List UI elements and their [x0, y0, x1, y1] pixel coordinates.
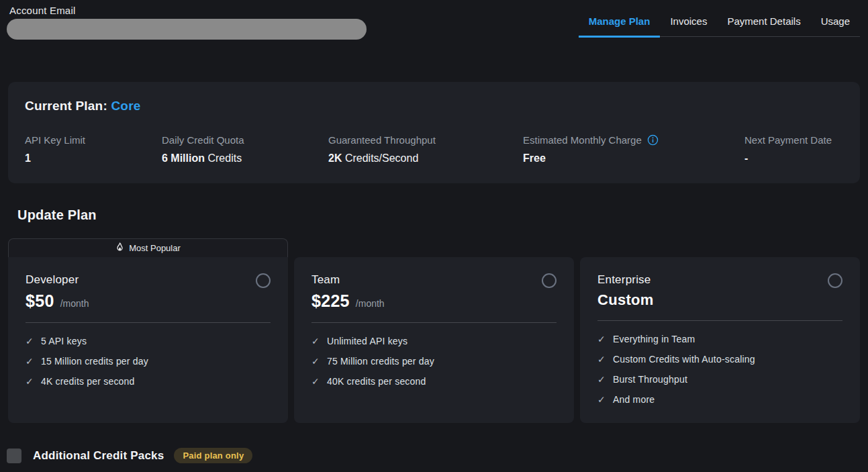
stat-daily-credit-quota: Daily Credit Quota 6 Million Credits	[162, 134, 328, 164]
feature-item: ✓Unlimited API keys	[311, 336, 557, 346]
check-icon: ✓	[597, 394, 606, 405]
stat-value: 1	[25, 152, 162, 164]
current-plan-stats: API Key Limit 1 Daily Credit Quota 6 Mil…	[25, 134, 847, 164]
plan-card-developer-wrap: Most Popular Developer $50 /month ✓5 API…	[8, 238, 288, 423]
plan-radio-enterprise[interactable]	[828, 273, 842, 288]
plan-card-enterprise-wrap: Enterprise Custom ✓Everything in Team ✓C…	[580, 257, 860, 423]
feature-item: ✓4K credits per second	[26, 376, 271, 387]
check-icon: ✓	[311, 376, 320, 387]
plan-card-developer[interactable]: Developer $50 /month ✓5 API keys ✓15 Mil…	[8, 257, 288, 423]
plan-name: Enterprise	[597, 273, 650, 287]
current-plan-card: Current Plan: Core API Key Limit 1 Daily…	[8, 82, 860, 183]
check-icon: ✓	[311, 356, 320, 367]
feature-item: ✓5 API keys	[26, 336, 271, 346]
stat-value: -	[744, 152, 847, 164]
plan-name: Team	[311, 273, 340, 287]
plan-features: ✓5 API keys ✓15 Million credits per day …	[26, 336, 271, 387]
stat-value: 2K Credits/Second	[328, 152, 523, 164]
plan-card-enterprise[interactable]: Enterprise Custom ✓Everything in Team ✓C…	[580, 257, 860, 423]
stat-label: Next Payment Date	[744, 134, 847, 146]
plan-radio-developer[interactable]	[256, 273, 271, 288]
additional-credit-packs-row: Additional Credit Packs Paid plan only	[7, 448, 252, 463]
plan-price: $50	[26, 291, 54, 311]
check-icon: ✓	[26, 376, 34, 387]
plan-card-team[interactable]: Team $225 /month ✓Unlimited API keys ✓75…	[294, 257, 574, 423]
most-popular-label: Most Popular	[129, 243, 181, 253]
credit-packs-label: Additional Credit Packs	[33, 449, 164, 463]
account-email-label: Account Email	[9, 5, 75, 16]
feature-item: ✓Everything in Team	[597, 334, 842, 344]
tab-invoices[interactable]: Invoices	[660, 11, 717, 36]
account-email-input[interactable]	[7, 19, 367, 40]
feature-item: ✓75 Million credits per day	[311, 356, 557, 367]
plan-cards-row: Most Popular Developer $50 /month ✓5 API…	[8, 238, 860, 423]
tab-manage-plan[interactable]: Manage Plan	[579, 11, 661, 38]
check-icon: ✓	[597, 374, 606, 385]
stat-value: Free	[523, 152, 744, 164]
stat-label: Guaranteed Throughput	[328, 134, 523, 146]
most-popular-badge: Most Popular	[8, 238, 288, 257]
plan-card-team-wrap: Team $225 /month ✓Unlimited API keys ✓75…	[294, 257, 574, 423]
info-icon[interactable]	[647, 134, 659, 146]
credit-packs-checkbox[interactable]	[7, 449, 21, 463]
plan-period: /month	[356, 298, 385, 309]
stat-next-payment-date: Next Payment Date -	[744, 134, 847, 164]
plan-radio-team[interactable]	[542, 273, 557, 288]
stat-label: Daily Credit Quota	[162, 134, 328, 146]
check-icon: ✓	[597, 354, 606, 365]
check-icon: ✓	[597, 334, 606, 344]
tab-payment-details[interactable]: Payment Details	[717, 11, 810, 36]
current-plan-name: Core	[111, 99, 140, 113]
divider	[26, 322, 271, 323]
stat-api-key-limit: API Key Limit 1	[25, 134, 162, 164]
plan-price: Custom	[597, 291, 654, 309]
paid-plan-only-badge: Paid plan only	[174, 448, 252, 463]
feature-item: ✓Burst Throughput	[597, 374, 842, 385]
plan-price: $225	[311, 291, 350, 311]
stat-guaranteed-throughput: Guaranteed Throughput 2K Credits/Second	[328, 134, 523, 164]
current-plan-title: Current Plan: Core	[25, 99, 141, 113]
plan-features: ✓Unlimited API keys ✓75 Million credits …	[311, 336, 557, 387]
feature-item: ✓And more	[597, 394, 842, 405]
current-plan-title-prefix: Current Plan:	[25, 99, 111, 113]
tab-bar: Manage Plan Invoices Payment Details Usa…	[579, 11, 860, 37]
check-icon: ✓	[26, 356, 34, 367]
stat-label: API Key Limit	[25, 134, 162, 146]
divider	[311, 322, 557, 323]
check-icon: ✓	[26, 336, 34, 346]
divider	[597, 320, 842, 321]
feature-item: ✓40K credits per second	[311, 376, 557, 387]
tab-usage[interactable]: Usage	[811, 11, 860, 36]
check-icon: ✓	[311, 336, 320, 346]
flame-icon	[115, 242, 124, 254]
stat-label: Estimated Monthly Charge	[523, 134, 744, 146]
plan-name: Developer	[26, 273, 79, 287]
update-plan-heading: Update Plan	[17, 207, 97, 223]
plan-period: /month	[60, 298, 89, 309]
plan-features: ✓Everything in Team ✓Custom Credits with…	[597, 334, 842, 405]
stat-value: 6 Million Credits	[162, 152, 328, 164]
feature-item: ✓Custom Credits with Auto-scaling	[597, 354, 842, 365]
stat-estimated-monthly-charge: Estimated Monthly Charge Free	[523, 134, 744, 164]
feature-item: ✓15 Million credits per day	[26, 356, 271, 367]
